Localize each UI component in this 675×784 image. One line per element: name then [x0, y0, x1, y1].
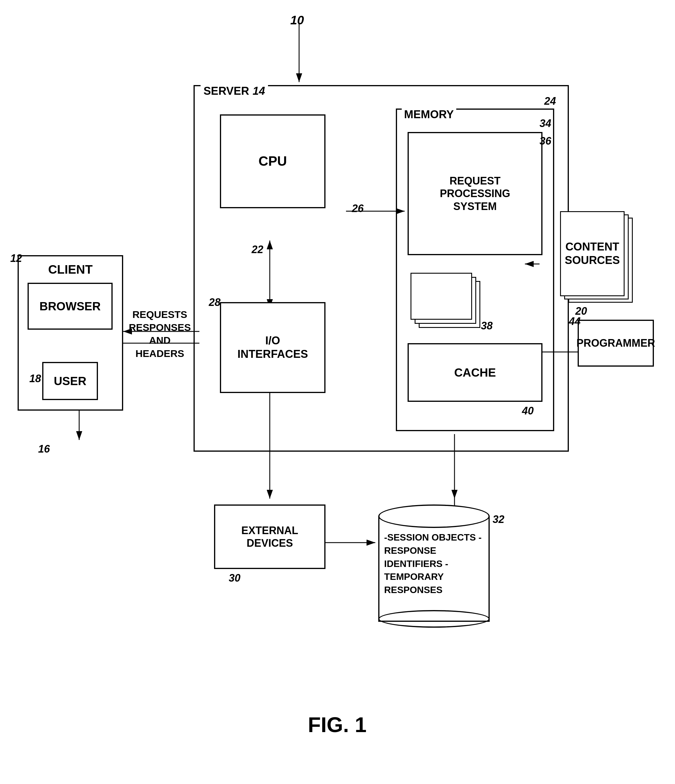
server-label: SERVER 14: [201, 85, 268, 97]
ref-40: 40: [522, 405, 533, 417]
ref-44: 44: [569, 315, 580, 328]
ref-26: 26: [352, 202, 364, 215]
ref-24: 24: [544, 95, 556, 107]
content-sources-label: CONTENT SOURCES: [561, 240, 624, 267]
ref-10: 10: [290, 13, 304, 27]
ref-12: 12: [10, 252, 22, 264]
ref-36: 36: [540, 135, 551, 147]
programmer-box: PROGRAMMER: [578, 320, 654, 367]
external-devices-box: EXTERNAL DEVICES: [214, 504, 325, 569]
ref-38: 38: [481, 320, 493, 332]
ref-18: 18: [29, 372, 41, 385]
client-label: CLIENT: [19, 262, 122, 277]
ref-34: 34: [540, 117, 551, 130]
user-box: USER: [42, 362, 98, 400]
ref-32: 32: [493, 513, 504, 526]
cpu-box: CPU: [220, 114, 325, 208]
fig-label: FIG. 1: [249, 713, 425, 737]
io-box: I/O INTERFACES: [220, 302, 325, 393]
rps-box: REQUEST PROCESSING SYSTEM: [407, 132, 543, 255]
ref-16: 16: [38, 443, 50, 455]
ref-30: 30: [229, 572, 240, 584]
ref-22: 22: [252, 243, 263, 256]
client-box: CLIENT BROWSER USER: [17, 255, 123, 411]
requests-label: REQUESTS RESPONSES AND HEADERS: [126, 308, 193, 360]
database-cylinder: -SESSION OBJECTS -RESPONSE IDENTIFIERS -…: [378, 504, 490, 628]
database-label: -SESSION OBJECTS -RESPONSE IDENTIFIERS -…: [378, 531, 490, 597]
ref-28: 28: [209, 296, 221, 308]
memory-label: MEMORY: [402, 108, 456, 121]
cache-box: CACHE: [407, 343, 543, 402]
browser-box: BROWSER: [28, 283, 113, 330]
diagram: 10 SERVER 14 CPU 22 26 MEMORY 24 REQUEST…: [0, 0, 675, 784]
stacked-pages: [411, 273, 481, 325]
